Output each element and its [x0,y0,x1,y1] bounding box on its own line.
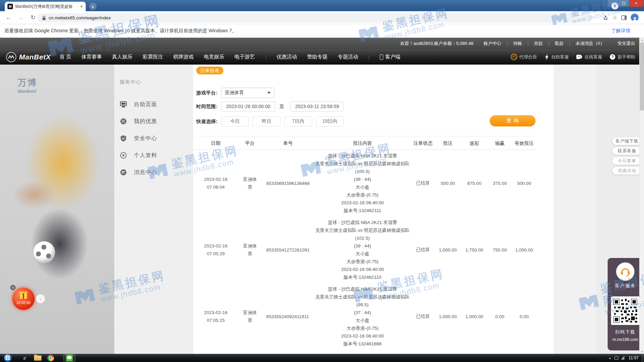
quick-button[interactable]: 15日内 [316,116,344,126]
account-link[interactable]: 取款 [555,40,564,47]
nav-item[interactable]: 赞助专题 [307,54,327,60]
nav-item[interactable]: 体育赛事 [82,54,102,60]
forward-icon[interactable]: → [17,14,24,21]
new-tab-button[interactable]: + [89,3,97,10]
table-row: 2023-02-1607:05:25亚洲体育85335524092411911篮… [194,283,536,350]
nav-items: 首 页体育赛事真人娱乐彩票投注棋牌游戏电竞娱乐电子游艺|优惠活动赞助专题专题活动… [60,54,400,60]
football-decor [33,241,55,263]
floating-pill[interactable]: 优惠活动 [612,167,642,175]
service-sidebar: 服务中心 自助页面我的优惠安全中心个人资料消息中心 [114,65,193,354]
nav-item[interactable]: 棋牌游戏 [173,54,194,60]
separator: | [527,41,528,46]
account-bar: 欢迎！asd62603,账户余额：5,080.48 账户中心|转账|存款|取款|… [0,38,644,49]
search-button[interactable]: 查询 [490,115,536,126]
side-panel-icon[interactable] [621,15,627,20]
quick-button[interactable]: 昨日 [253,116,281,126]
url-bar[interactable]: cn.mebetx65.com/wager/index [37,13,592,22]
scrollbar-thumb[interactable] [640,42,644,110]
sidebar-item-profile[interactable]: 个人资料 [120,151,157,160]
lock-icon [42,16,46,20]
nav-item[interactable]: 首 页 [60,54,71,60]
sidebar-item-discount[interactable]: 我的优惠 [120,117,157,126]
bookmark-star-icon[interactable]: ☆ [612,14,617,21]
window-close-button[interactable]: × [629,0,643,7]
cell-platform: 亚洲体育 [237,150,263,217]
to-label: 至 [279,104,284,110]
taskbar-ie-icon[interactable]: e [19,354,31,362]
tray-expand-icon[interactable]: ▲ [609,357,611,360]
brand-logo[interactable]: ManBetX [6,52,51,62]
sidebar-item-message[interactable]: 消息中心 [120,168,157,177]
promo-close-icon[interactable]: × [10,285,16,290]
report-card: 注单报表 游戏平台: 亚洲体育 时间范围: 至 快速选择: 今日昨日7日内15日… [193,65,554,354]
reload-icon[interactable]: ↻ [29,14,37,21]
floating-pill[interactable]: 联系客服 [612,147,642,155]
date-from-input[interactable] [221,101,275,111]
browser-tab[interactable]: M ManBetX(万博体育)官网|英超狼 × [5,2,86,11]
learn-more-link[interactable]: 了解详情 [611,28,630,34]
promo-next-icon[interactable]: › [36,294,45,303]
table-header-cell: 单号 [263,136,313,150]
account-link[interactable]: 未读消息（0） [576,40,605,47]
scroll-up-icon[interactable]: ▲ [640,38,644,42]
floating-pill[interactable]: 今日赛事 [612,157,642,165]
sidebar-item-label: 自助页面 [134,101,157,108]
taskbar-clock[interactable]: 11:57 [629,354,639,362]
taskbar-explorer-icon[interactable] [32,354,44,362]
sidebar-item-shield[interactable]: 安全中心 [120,134,157,143]
account-link[interactable]: 存款 [534,40,543,47]
account-link[interactable]: 安全退出 [617,40,635,47]
question-icon: ? [610,54,615,60]
nav-item[interactable]: 客户端 [380,54,401,60]
start-button[interactable] [4,354,12,362]
back-icon[interactable]: ← [5,14,12,21]
customer-service-widget[interactable]: 客户服务 [608,258,643,350]
separator: | [548,41,549,46]
tab-wager-report[interactable]: 注单报表 [196,67,223,74]
tray-display-icon[interactable] [614,357,618,360]
cell-bet-amount: 1,000.00 [434,283,461,350]
window-maximize-button[interactable] [618,0,629,7]
nav-item[interactable]: 专题活动 [338,54,358,60]
cell-bet-content: 篮球 - 沙巴虚拟 NBA 2K21 友谊赛克里夫兰骑士虚拟队 vs 明尼苏达森… [313,217,412,283]
platform-select[interactable]: 亚洲体育 [221,88,274,98]
share-icon[interactable] [603,15,608,20]
page-scrollbar[interactable]: ▲ ▼ [639,38,644,354]
bet-content-line: 版本号:132461666 [313,340,412,348]
cell-payout: 875.00 [461,150,487,217]
scroll-down-icon[interactable]: ▼ [640,350,644,354]
floating-pill[interactable]: 客户端下载 [612,137,642,145]
date-to-input[interactable] [290,101,343,111]
tab-close-icon[interactable]: × [80,4,83,9]
nav-item[interactable]: 电竞娱乐 [204,54,224,60]
cell-platform: 亚洲体育 [237,283,263,350]
bet-platform: 亚洲体育 [242,309,258,324]
quick-button[interactable]: 今日 [221,116,249,126]
screen: M ManBetX(万博体育)官网|英超狼 × + ▼ — × ← → ↻ cn… [0,0,644,362]
window-minimize-button[interactable]: — [608,0,618,7]
nav-item[interactable]: 优惠活动 [276,54,297,60]
tray-network-icon[interactable] [622,356,624,360]
nav-right-item[interactable]: 代代理合营 [511,54,537,60]
cell-winloss: 375.00 [487,150,512,217]
promo-countdown-bubble[interactable]: 22:02:58 [12,288,35,310]
quick-button[interactable]: 7日内 [284,116,312,126]
headset-icon [616,262,634,281]
browser-titlebar: M ManBetX(万博体育)官网|英超狼 × + ▼ — × [0,0,644,11]
nav-item[interactable]: 电子游艺 [235,54,255,60]
gift-icon [20,293,27,299]
sidebar-item-monitor[interactable]: 自助页面 [120,100,157,109]
profile-avatar-icon[interactable] [631,14,639,21]
account-link[interactable]: 转账 [513,40,522,47]
nav-item[interactable]: 彩票投注 [143,54,163,60]
taskbar-chrome-icon[interactable] [45,354,56,362]
nav-right-item[interactable]: 自助客服 [544,54,569,60]
nav-right-item[interactable]: 在线客服 [576,54,602,60]
nav-item[interactable]: 真人娱乐 [112,54,133,60]
table-header-cell: 投注内容 [313,136,412,150]
show-desktop-button[interactable] [642,354,644,362]
right-gray-panel [554,65,596,354]
account-link[interactable]: 账户中心 [484,40,501,47]
nav-right-item[interactable]: ?新手帮助 [610,54,635,60]
taskbar-wechat-icon[interactable] [64,354,75,362]
